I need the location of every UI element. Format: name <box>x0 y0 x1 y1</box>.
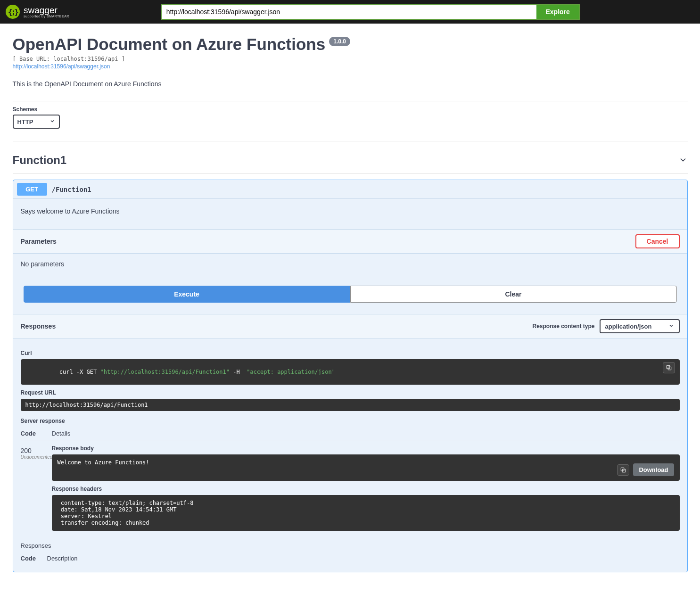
execute-button[interactable]: Execute <box>24 286 350 303</box>
response-table-header: Code Details <box>21 427 680 440</box>
documented-responses: Responses Code Description <box>13 535 687 572</box>
parameters-header: Parameters Cancel <box>13 229 687 254</box>
response-row-200: 200 Undocumented Response body Welcome t… <box>21 445 680 531</box>
tag-function1[interactable]: Function1 <box>13 147 688 174</box>
copy-icon[interactable] <box>663 362 675 373</box>
content-type-value: application/json <box>605 323 652 330</box>
content-type-select[interactable]: application/json <box>600 319 680 333</box>
details-header: Details <box>52 427 680 440</box>
response-headers-label: Response headers <box>52 486 680 492</box>
schemes-value: HTTP <box>17 118 33 125</box>
swagger-logo-icon: {;} <box>6 5 20 19</box>
operation-get-function1: GET /Function1 Says welcome to Azure Fun… <box>13 180 688 572</box>
swagger-logo: {;} swagger supported by SMARTBEAR <box>6 5 69 19</box>
logo-subtext: supported by SMARTBEAR <box>24 15 69 18</box>
explore-button[interactable]: Explore <box>536 4 580 20</box>
request-url-value: http://localhost:31596/api/Function1 <box>21 399 680 411</box>
api-info: OpenAPI Document on Azure Functions 1.0.… <box>13 24 688 101</box>
live-response: Curl curl -X GET "http://localhost:31596… <box>13 338 687 535</box>
version-badge: 1.0.0 <box>329 37 350 46</box>
logo-text: swagger <box>24 6 69 15</box>
schemes-label: Schemes <box>13 106 688 113</box>
clear-button[interactable]: Clear <box>350 286 677 303</box>
spec-link[interactable]: http://localhost:31596/api/swagger.json <box>13 63 110 70</box>
responses-label: Responses <box>21 322 56 330</box>
server-response-label: Server response <box>21 418 680 424</box>
chevron-down-icon <box>678 155 688 166</box>
response-body-label: Response body <box>52 445 680 452</box>
tag-name: Function1 <box>13 154 67 167</box>
operation-summary[interactable]: GET /Function1 <box>13 180 687 198</box>
response-headers: content-type: text/plain; charset=utf-8 … <box>52 495 680 531</box>
parameters-label: Parameters <box>21 238 57 245</box>
page-title: OpenAPI Document on Azure Functions 1.0.… <box>13 35 688 54</box>
api-description: This is the OpenAPI Document on Azure Fu… <box>13 80 688 88</box>
schemes-select[interactable]: HTTP <box>13 115 60 129</box>
operation-description: Says welcome to Azure Functions <box>13 199 687 229</box>
chevron-down-icon <box>49 118 55 125</box>
execute-row: Execute Clear <box>13 274 687 314</box>
topbar: {;} swagger supported by SMARTBEAR Explo… <box>0 0 700 24</box>
curl-label: Curl <box>21 350 680 356</box>
copy-icon[interactable] <box>617 464 629 476</box>
curl-command: curl -X GET "http://localhost:31596/api/… <box>21 359 680 385</box>
base-url: [ Base URL: localhost:31596/api ] <box>13 56 688 62</box>
response-body: Welcome to Azure Functions! Download <box>52 454 680 481</box>
schemes-section: Schemes HTTP <box>13 101 688 141</box>
download-button[interactable]: Download <box>633 463 674 476</box>
undocumented-label: Undocumented <box>21 454 52 460</box>
spec-url-input[interactable] <box>161 4 536 20</box>
api-title: OpenAPI Document on Azure Functions <box>13 35 326 54</box>
responses-header: Responses Response content type applicat… <box>13 314 687 338</box>
cancel-button[interactable]: Cancel <box>635 234 680 248</box>
content-type-label: Response content type <box>532 323 594 330</box>
operation-path: /Function1 <box>52 186 91 193</box>
code-column-header: Code <box>21 552 47 565</box>
responses-subheader: Responses <box>21 542 680 549</box>
method-badge-get: GET <box>17 183 47 196</box>
code-header: Code <box>21 427 52 440</box>
description-column-header: Description <box>47 552 680 565</box>
no-parameters-text: No parameters <box>13 254 687 274</box>
request-url-label: Request URL <box>21 389 680 396</box>
spec-url-form: Explore <box>161 4 580 20</box>
chevron-down-icon <box>668 322 674 330</box>
status-code: 200 <box>21 447 52 454</box>
